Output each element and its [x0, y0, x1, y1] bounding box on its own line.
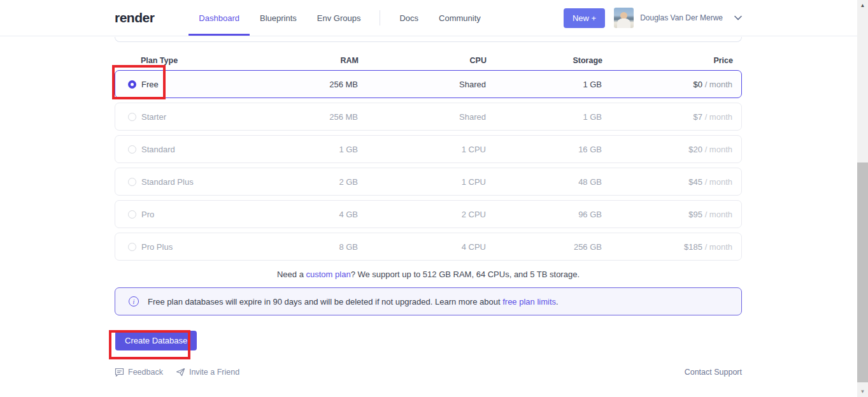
plan-radio-button[interactable] — [128, 178, 136, 186]
plan-price-period: / month — [705, 145, 732, 154]
plan-cpu-value: 1 CPU — [358, 145, 486, 154]
plan-ram-value: 1 GB — [250, 145, 358, 154]
contact-support-link[interactable]: Contact Support — [685, 368, 742, 377]
plan-row-free[interactable]: Free 256 MB Shared 1 GB $0 / month — [115, 70, 742, 98]
free-plan-info-banner: i Free plan databases will expire in 90 … — [115, 287, 742, 315]
nav-links: DashboardBlueprintsEnv GroupsDocsCommuni… — [189, 0, 490, 36]
plan-ram-value: 4 GB — [250, 210, 358, 219]
plan-storage-value: 16 GB — [486, 145, 602, 154]
plan-radio-button[interactable] — [128, 145, 136, 154]
plan-name: Starter — [141, 112, 166, 122]
plan-cpu-value: 2 CPU — [358, 210, 486, 219]
plan-price-value: $7 — [694, 112, 702, 122]
nav-divider — [380, 10, 380, 25]
banner-main-text: Free plan databases will expire in 90 da… — [148, 297, 502, 307]
page-footer: Feedback Invite a Friend Contact Support — [115, 368, 742, 377]
nav-link-dashboard[interactable]: Dashboard — [189, 0, 250, 36]
column-header-cpu: CPU — [359, 56, 487, 65]
scrolled-card-bottom-edge — [115, 37, 742, 42]
nav-link-blueprints[interactable]: Blueprints — [250, 0, 307, 36]
plan-storage-value: 256 GB — [486, 242, 602, 252]
plan-name: Free — [141, 80, 159, 89]
scrollbar-down-arrow[interactable]: ▼ — [857, 386, 868, 397]
column-header-plan-type: Plan Type — [127, 56, 250, 65]
info-icon: i — [129, 296, 139, 307]
vertical-scrollbar[interactable]: ▲ ▼ — [857, 0, 868, 397]
plan-cpu-value: 4 CPU — [358, 242, 486, 252]
plan-cpu-value: Shared — [358, 80, 486, 89]
column-header-ram: RAM — [250, 56, 359, 65]
plan-price-value: $20 — [688, 145, 702, 154]
plan-price-value: $95 — [688, 210, 702, 219]
plan-storage-value: 1 GB — [486, 80, 602, 89]
column-header-price: Price — [602, 56, 733, 65]
plan-ram-value: 2 GB — [250, 177, 358, 187]
plan-row-standard[interactable]: Standard 1 GB 1 CPU 16 GB $20 / month — [115, 135, 742, 163]
nav-link-docs[interactable]: Docs — [389, 0, 429, 36]
plan-price-value: $0 — [694, 80, 702, 89]
plan-price-period: / month — [705, 242, 732, 252]
contact-support-label: Contact Support — [685, 368, 742, 377]
plan-storage-value: 1 GB — [486, 112, 602, 122]
top-navbar: render DashboardBlueprintsEnv GroupsDocs… — [0, 0, 857, 36]
chevron-down-icon[interactable] — [734, 15, 742, 20]
free-plan-limits-link[interactable]: free plan limits — [502, 297, 556, 307]
plan-radio-button[interactable] — [128, 80, 136, 89]
plan-ram-value: 8 GB — [250, 242, 358, 252]
plan-name: Standard — [141, 145, 175, 154]
plan-cpu-value: 1 CPU — [358, 177, 486, 187]
plan-ram-value: 256 MB — [250, 112, 358, 122]
scrollbar-up-arrow[interactable]: ▲ — [857, 0, 868, 11]
plan-storage-value: 96 GB — [486, 210, 602, 219]
plan-cpu-value: Shared — [358, 112, 486, 122]
plan-row-starter[interactable]: Starter 256 MB Shared 1 GB $7 / month — [115, 103, 742, 131]
plan-table-header: Plan Type RAM CPU Storage Price — [115, 50, 742, 70]
plan-row-pro-plus[interactable]: Pro Plus 8 GB 4 CPU 256 GB $185 / month — [115, 233, 742, 261]
speech-bubble-icon — [115, 368, 124, 377]
nav-link-community[interactable]: Community — [429, 0, 491, 36]
nav-link-env-groups[interactable]: Env Groups — [307, 0, 371, 36]
new-button[interactable]: New + — [564, 8, 605, 28]
plan-name: Pro Plus — [141, 242, 173, 252]
invite-friend-button[interactable]: Invite a Friend — [176, 368, 239, 377]
custom-plan-line: Need a custom plan? We support up to 512… — [115, 270, 742, 280]
user-name[interactable]: Douglas Van Der Merwe — [640, 13, 723, 22]
custom-plan-pre-text: Need a — [277, 270, 306, 279]
custom-plan-post-text: ? We support up to 512 GB RAM, 64 CPUs, … — [351, 270, 580, 279]
render-logo[interactable]: render — [115, 10, 154, 25]
invite-friend-label: Invite a Friend — [189, 368, 239, 377]
plan-radio-button[interactable] — [128, 243, 136, 251]
plan-price-period: / month — [705, 177, 732, 187]
scrollbar-thumb[interactable] — [857, 162, 868, 382]
main-content: Plan Type RAM CPU Storage Price Free 256… — [115, 37, 742, 377]
plan-radio-button[interactable] — [128, 210, 136, 219]
plan-price-period: / month — [705, 210, 732, 219]
plan-storage-value: 48 GB — [486, 177, 602, 187]
plan-row-standard-plus[interactable]: Standard Plus 2 GB 1 CPU 48 GB $45 / mon… — [115, 168, 742, 196]
plan-name: Pro — [141, 210, 154, 219]
custom-plan-link[interactable]: custom plan — [306, 270, 351, 279]
plan-price-period: / month — [705, 112, 732, 122]
plan-name: Standard Plus — [141, 177, 194, 187]
banner-period: . — [556, 297, 559, 307]
plan-radio-button[interactable] — [128, 113, 136, 121]
plan-price-value: $185 — [684, 242, 702, 252]
plan-ram-value: 256 MB — [250, 80, 358, 89]
feedback-label: Feedback — [128, 368, 163, 377]
plan-price-value: $45 — [688, 177, 702, 187]
create-database-button[interactable]: Create Database — [115, 331, 197, 350]
banner-text: Free plan databases will expire in 90 da… — [148, 297, 559, 307]
plan-table: Free 256 MB Shared 1 GB $0 / month Start… — [115, 70, 742, 261]
user-avatar[interactable] — [614, 8, 634, 28]
feedback-button[interactable]: Feedback — [115, 368, 163, 377]
plan-price-period: / month — [705, 80, 732, 89]
paper-plane-icon — [176, 368, 185, 377]
column-header-storage: Storage — [487, 56, 602, 65]
plan-row-pro[interactable]: Pro 4 GB 2 CPU 96 GB $95 / month — [115, 200, 742, 228]
